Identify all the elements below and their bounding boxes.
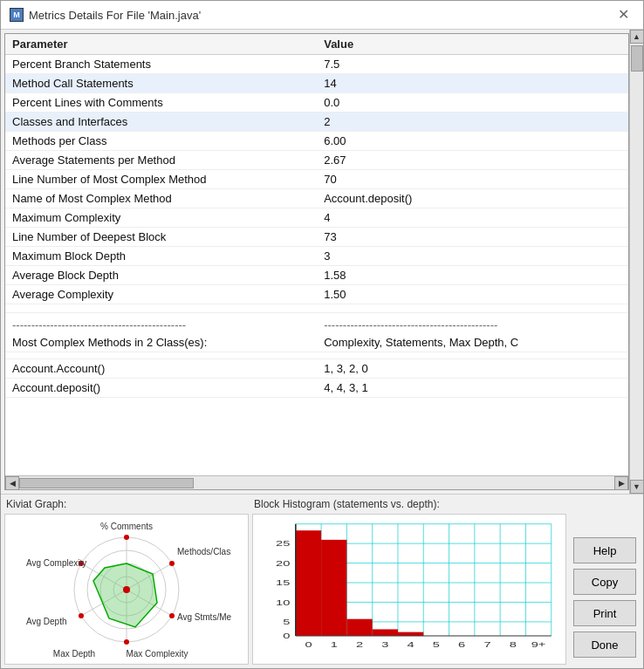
help-button[interactable]: Help — [573, 537, 636, 563]
table-wrapper: Parameter Value Percent Branch Statement… — [5, 34, 628, 475]
empty-row — [5, 304, 628, 313]
svg-text:5: 5 — [283, 618, 290, 627]
svg-text:Max Depth: Max Depth — [53, 649, 95, 659]
svg-text:4: 4 — [408, 639, 414, 649]
param-cell: Average Block Depth — [5, 266, 317, 285]
svg-marker-10 — [93, 563, 157, 627]
bottom-section: Kiviat Graph: — [1, 494, 643, 668]
h-scroll-track[interactable] — [19, 476, 614, 489]
scroll-left-arrow[interactable]: ◀ — [5, 476, 19, 490]
value-cell: Account.deposit() — [317, 189, 628, 208]
svg-text:25: 25 — [276, 539, 290, 549]
table-row: Average Complexity1.50 — [5, 285, 628, 304]
svg-text:Max Complexity: Max Complexity — [126, 649, 188, 659]
svg-rect-46 — [398, 632, 423, 636]
svg-text:10: 10 — [276, 597, 290, 607]
main-content: Parameter Value Percent Branch Statement… — [1, 30, 643, 494]
svg-point-16 — [79, 613, 84, 618]
value-cell: 73 — [317, 228, 628, 247]
param-cell: Maximum Complexity — [5, 208, 317, 228]
svg-text:6: 6 — [458, 639, 465, 649]
histogram-svg: 0 5 10 15 20 25 0 1 2 3 4 5 6 7 8 9+ — [253, 515, 565, 664]
scroll-down-arrow[interactable]: ▼ — [630, 480, 644, 494]
col-value-header: Value — [317, 34, 628, 55]
table-row: Percent Lines with Comments0.0 — [5, 93, 628, 113]
value-cell: 6.00 — [317, 132, 628, 151]
svg-point-12 — [124, 535, 129, 540]
param-cell: Percent Branch Statements — [5, 55, 317, 74]
svg-text:15: 15 — [276, 578, 290, 588]
svg-point-14 — [169, 613, 175, 618]
metrics-table: Parameter Value Percent Branch Statement… — [5, 34, 628, 398]
table-row: Maximum Block Depth3 — [5, 247, 628, 266]
svg-rect-45 — [373, 629, 398, 635]
svg-text:8: 8 — [510, 639, 517, 649]
main-window: M Metrics Details For File 'Main.java' ✕… — [0, 0, 644, 669]
param-cell: Average Statements per Method — [5, 151, 317, 170]
kiviat-container: % Comments Methods/Class Avg Stmts/Metho… — [22, 515, 231, 664]
empty-row-2 — [5, 352, 628, 359]
scroll-right-arrow[interactable]: ▶ — [614, 476, 628, 490]
svg-text:% Comments: % Comments — [100, 522, 153, 531]
svg-text:2: 2 — [356, 639, 363, 649]
vertical-scrollbar[interactable]: ▲ ▼ — [629, 30, 643, 494]
table-row: Method Call Statements14 — [5, 74, 628, 93]
table-row: Maximum Complexity4 — [5, 208, 628, 228]
method-row: Account.Account()1, 3, 2, 0 — [5, 359, 628, 379]
svg-text:7: 7 — [483, 639, 490, 649]
kiviat-svg: % Comments Methods/Class Avg Stmts/Metho… — [22, 515, 231, 664]
title-bar-left: M Metrics Details For File 'Main.java' — [10, 8, 201, 22]
table-row: Percent Branch Statements7.5 — [5, 55, 628, 74]
value-cell: 14 — [317, 74, 628, 93]
svg-rect-43 — [321, 540, 346, 636]
svg-text:20: 20 — [276, 558, 290, 568]
table-row: Name of Most Complex MethodAccount.depos… — [5, 189, 628, 208]
value-cell: 7.5 — [317, 55, 628, 74]
svg-point-15 — [124, 639, 129, 645]
svg-text:0: 0 — [305, 639, 312, 649]
value-cell: 70 — [317, 170, 628, 189]
svg-text:9+: 9+ — [531, 639, 546, 649]
svg-text:3: 3 — [381, 639, 388, 649]
svg-point-13 — [169, 561, 175, 566]
buttons-section: Help Copy Print Done — [570, 498, 640, 665]
v-scroll-thumb[interactable] — [631, 45, 643, 72]
scroll-up-arrow[interactable]: ▲ — [630, 30, 644, 44]
svg-rect-44 — [346, 619, 372, 636]
svg-point-11 — [123, 586, 130, 593]
window-title: Metrics Details For File 'Main.java' — [29, 9, 201, 22]
print-button[interactable]: Print — [573, 600, 636, 626]
param-cell: Average Complexity — [5, 285, 317, 304]
svg-text:0: 0 — [283, 631, 290, 641]
table-row: Line Number of Most Complex Method70 — [5, 170, 628, 189]
title-bar: M Metrics Details For File 'Main.java' ✕ — [1, 1, 643, 30]
value-cell: 1.50 — [317, 285, 628, 304]
col-param-header: Parameter — [5, 34, 317, 55]
param-cell: Percent Lines with Comments — [5, 93, 317, 113]
svg-text:5: 5 — [433, 639, 440, 649]
param-cell: Name of Most Complex Method — [5, 189, 317, 208]
window-icon: M — [10, 8, 24, 22]
horizontal-scrollbar[interactable]: ◀ ▶ — [5, 475, 628, 489]
svg-text:Avg Depth: Avg Depth — [26, 617, 67, 626]
table-section: Parameter Value Percent Branch Statement… — [4, 33, 629, 490]
v-scroll-track[interactable] — [630, 44, 643, 480]
table-row: Methods per Class6.00 — [5, 132, 628, 151]
kiviat-chart: % Comments Methods/Class Avg Stmts/Metho… — [4, 514, 249, 665]
h-scroll-thumb[interactable] — [19, 478, 194, 488]
table-row: Average Block Depth1.58 — [5, 266, 628, 285]
histogram-section: Block Histogram (statements vs. depth): — [252, 498, 566, 665]
param-cell: Methods per Class — [5, 132, 317, 151]
done-button[interactable]: Done — [573, 631, 636, 658]
svg-rect-42 — [296, 530, 321, 636]
kiviat-section: Kiviat Graph: — [4, 498, 249, 665]
close-button[interactable]: ✕ — [613, 6, 634, 24]
copy-button[interactable]: Copy — [573, 569, 636, 595]
param-cell: Classes and Interfaces — [5, 113, 317, 132]
separator-row: ----------------------------------------… — [5, 313, 628, 334]
svg-text:Avg Complexity: Avg Complexity — [26, 558, 86, 568]
param-cell: Maximum Block Depth — [5, 247, 317, 266]
table-row: Average Statements per Method2.67 — [5, 151, 628, 170]
complex-header-row: Most Complex Methods in 2 Class(es):Comp… — [5, 333, 628, 352]
table-row: Classes and Interfaces2 — [5, 113, 628, 132]
